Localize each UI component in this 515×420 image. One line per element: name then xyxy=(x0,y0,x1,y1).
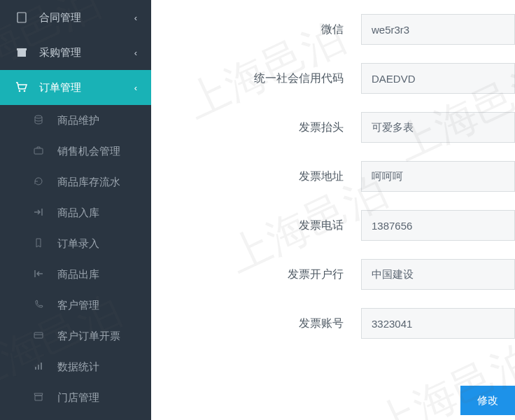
main-content: 微信 统一社会信用代码 发票抬头 发票地址 发票电话 发票开户行 发票账号 修改 xyxy=(151,0,515,420)
svg-rect-0 xyxy=(17,13,26,22)
sidebar-subitem-store[interactable]: 门店管理 xyxy=(0,382,151,413)
chevron-left-icon: ‹ xyxy=(134,83,137,93)
sidebar-subitem-stock-flow[interactable]: 商品库存流水 xyxy=(0,167,151,197)
form-row-invoice-address: 发票地址 xyxy=(151,161,515,192)
svg-point-5 xyxy=(35,115,42,118)
sidebar-subitem-label: 客户管理 xyxy=(57,299,99,312)
form-label: 发票账号 xyxy=(151,316,361,331)
chevron-left-icon: ‹ xyxy=(134,13,137,23)
svg-point-3 xyxy=(19,90,21,92)
sidebar-subitem-label: 门店管理 xyxy=(57,391,99,405)
form-label: 统一社会信用代码 xyxy=(151,71,361,86)
sidebar-subitem-label: 销售机会管理 xyxy=(57,145,120,158)
form-row-invoice-phone: 发票电话 xyxy=(151,210,515,241)
submit-button[interactable]: 修改 xyxy=(460,386,515,415)
sidebar-item-label: 采购管理 xyxy=(39,46,81,59)
sidebar-subitem-label: 商品维护 xyxy=(57,114,99,127)
store-icon xyxy=(34,392,48,404)
form-row-wechat: 微信 xyxy=(151,14,515,45)
form-row-credit-code: 统一社会信用代码 xyxy=(151,63,515,94)
svg-point-4 xyxy=(24,90,26,92)
document-icon xyxy=(14,12,29,23)
form-label: 发票开户行 xyxy=(151,267,361,282)
sidebar-item-order[interactable]: 订单管理 ‹ xyxy=(0,70,151,105)
database-icon xyxy=(34,115,48,127)
sidebar-subitem-stock-in[interactable]: 商品入库 xyxy=(0,197,151,228)
sidebar-subitem-label: 商品库存流水 xyxy=(57,176,120,189)
sidebar-subitem-label: 商品出库 xyxy=(57,268,99,281)
sidebar-subitem-statistics[interactable]: 数据统计 xyxy=(0,351,151,382)
svg-rect-8 xyxy=(35,367,36,370)
bookmark-icon xyxy=(34,238,48,250)
form-label: 微信 xyxy=(151,22,361,37)
sidebar-subitem-label: 客户订单开票 xyxy=(57,330,120,343)
svg-rect-2 xyxy=(17,48,27,50)
invoice-phone-input[interactable] xyxy=(361,210,515,241)
form-row-invoice-title: 发票抬头 xyxy=(151,112,515,143)
form-row-invoice-bank: 发票开户行 xyxy=(151,259,515,290)
sidebar-item-purchase[interactable]: 采购管理 ‹ xyxy=(0,35,151,70)
svg-rect-10 xyxy=(41,363,42,370)
svg-rect-1 xyxy=(17,50,26,57)
phone-icon xyxy=(34,300,48,312)
sidebar-subitem-label: 订单录入 xyxy=(57,237,99,251)
chart-icon xyxy=(34,361,48,373)
card-icon xyxy=(34,330,48,342)
sidebar-subitem-label: 数据统计 xyxy=(57,360,99,374)
invoice-title-input[interactable] xyxy=(361,112,515,143)
box-icon xyxy=(14,47,29,58)
svg-rect-7 xyxy=(34,332,43,338)
sidebar-subitem-label: 商品入库 xyxy=(57,206,99,220)
form-label: 发票电话 xyxy=(151,218,361,233)
invoice-address-input[interactable] xyxy=(361,161,515,192)
svg-rect-9 xyxy=(38,365,39,370)
arrow-in-icon xyxy=(34,207,48,219)
sidebar-subitem-product-maintain[interactable]: 商品维护 xyxy=(0,105,151,136)
arrow-out-icon xyxy=(34,269,48,281)
credit-code-input[interactable] xyxy=(361,63,515,94)
chevron-left-icon: ‹ xyxy=(134,48,137,58)
cart-icon xyxy=(14,81,29,94)
invoice-bank-input[interactable] xyxy=(361,259,515,290)
wechat-input[interactable] xyxy=(361,14,515,45)
invoice-account-input[interactable] xyxy=(361,308,515,339)
sidebar-subitem-stock-out[interactable]: 商品出库 xyxy=(0,259,151,290)
form-label: 发票地址 xyxy=(151,169,361,184)
svg-rect-6 xyxy=(34,148,43,154)
sidebar-subitem-customer[interactable]: 客户管理 xyxy=(0,290,151,321)
form-row-invoice-account: 发票账号 xyxy=(151,308,515,339)
bottom-bar: 修改 xyxy=(151,381,515,420)
sidebar-item-label: 订单管理 xyxy=(39,81,81,94)
form-label: 发票抬头 xyxy=(151,120,361,135)
sidebar-subitem-order-entry[interactable]: 订单录入 xyxy=(0,228,151,259)
sidebar-item-label: 合同管理 xyxy=(39,11,81,24)
sidebar: 合同管理 ‹ 采购管理 ‹ 订单管理 ‹ 商品维护 销售机会管理 商品库存流水 xyxy=(0,0,151,420)
sidebar-item-contract[interactable]: 合同管理 ‹ xyxy=(0,0,151,35)
sidebar-subitem-customer-invoice[interactable]: 客户订单开票 xyxy=(0,321,151,351)
sidebar-subitem-sales-opportunity[interactable]: 销售机会管理 xyxy=(0,136,151,167)
briefcase-icon xyxy=(34,146,48,158)
history-icon xyxy=(34,176,48,188)
